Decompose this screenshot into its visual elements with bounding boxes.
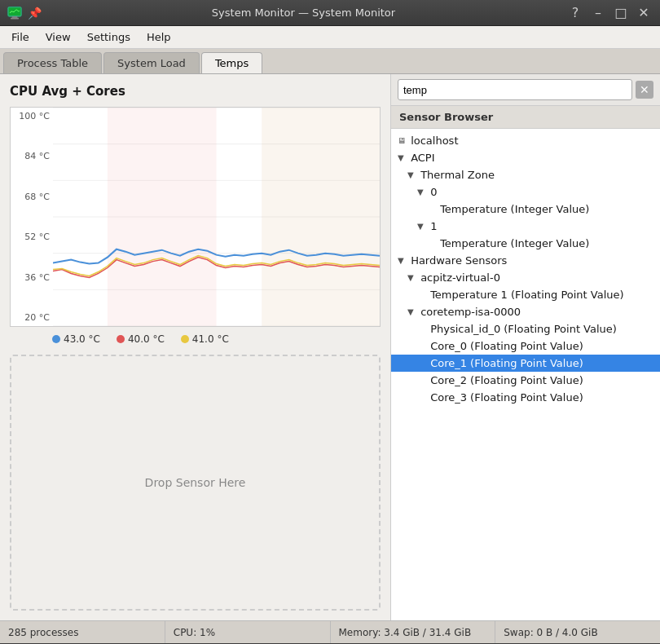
tree-item-tz0[interactable]: ▼ 0 (391, 183, 660, 201)
legend-core1: 41.0 °C (181, 333, 229, 345)
tree-item-tz0-temp[interactable]: Temperature (Integer Value) (391, 201, 660, 218)
tree-label-tz1: 1 (427, 220, 437, 232)
legend-core0-label: 40.0 °C (128, 333, 165, 345)
tree-item-core1[interactable]: Core_1 (Floating Point Value) (391, 355, 660, 372)
leaf-icon-core1 (417, 359, 427, 368)
status-swap: Swap: 0 B / 4.0 GiB (495, 621, 660, 643)
y-label-52: 52 °C (11, 232, 53, 242)
menu-help[interactable]: Help (139, 28, 179, 46)
chart-legend: 43.0 °C 40.0 °C 41.0 °C (10, 333, 381, 345)
svg-rect-2 (11, 17, 19, 19)
tree-item-phys-id0[interactable]: Physical_id_0 (Floating Point Value) (391, 320, 660, 337)
tab-system-load[interactable]: System Load (103, 52, 200, 73)
tree-item-coretemp[interactable]: ▼ coretemp-isa-0000 (391, 303, 660, 320)
tree-label-acpitz-temp1: Temperature 1 (Floating Point Value) (427, 289, 624, 301)
svg-rect-12 (262, 108, 380, 326)
tree-label-tz0: 0 (427, 186, 437, 198)
leaf-icon-tz0-temp (427, 205, 437, 214)
y-axis-labels: 100 °C 84 °C 68 °C 52 °C 36 °C 20 °C (11, 108, 53, 326)
tree-label-coretemp: coretemp-isa-0000 (417, 306, 521, 318)
legend-core0: 40.0 °C (117, 333, 165, 345)
panel-title: CPU Avg + Cores (10, 84, 381, 99)
menu-settings[interactable]: Settings (79, 28, 139, 46)
tree-item-core2[interactable]: Core_2 (Floating Point Value) (391, 372, 660, 389)
window-title: System Monitor — System Monitor (42, 7, 565, 19)
expand-icon-tz0: ▼ (417, 187, 427, 196)
pin-icon[interactable]: 📌 (28, 7, 42, 20)
sensor-tree: 🖥 localhost ▼ ACPI ▼ Thermal Zone (391, 129, 660, 620)
tree-item-acpitz[interactable]: ▼ acpitz-virtual-0 (391, 269, 660, 286)
chart-svg (53, 108, 380, 326)
help-button[interactable]: ? (565, 3, 585, 23)
tree-label-core2: Core_2 (Floating Point Value) (427, 374, 583, 386)
tree-item-hw-sensors[interactable]: ▼ Hardware Sensors (391, 252, 660, 269)
tree-item-core0[interactable]: Core_0 (Floating Point Value) (391, 337, 660, 355)
status-cpu: CPU: 1% (165, 621, 331, 643)
app-icon (7, 5, 23, 21)
expand-icon-coretemp: ▼ (407, 307, 417, 316)
status-memory: Memory: 3.4 GiB / 31.4 GiB (331, 621, 496, 643)
menu-view[interactable]: View (37, 28, 79, 46)
monitor-icon: 🖥 (398, 136, 407, 145)
tree-label-core1: Core_1 (Floating Point Value) (427, 357, 583, 369)
tree-label-localhost: localhost (407, 135, 459, 147)
y-label-100: 100 °C (11, 111, 53, 121)
sensor-browser-label: Sensor Browser (391, 106, 660, 129)
y-label-68: 68 °C (11, 192, 53, 202)
window-controls: ? – □ ✕ (565, 3, 653, 23)
y-label-20: 20 °C (11, 312, 53, 323)
tree-item-tz1-temp[interactable]: Temperature (Integer Value) (391, 235, 660, 252)
tree-item-thermal-zone[interactable]: ▼ Thermal Zone (391, 166, 660, 183)
leaf-icon-core2 (417, 376, 427, 385)
tab-process-table[interactable]: Process Table (3, 52, 102, 73)
leaf-icon-acpitz-temp1 (417, 290, 427, 299)
menubar: File View Settings Help (0, 26, 660, 49)
tree-item-acpi[interactable]: ▼ ACPI (391, 149, 660, 166)
main-content: CPU Avg + Cores 100 °C 84 °C 68 °C 52 °C… (0, 74, 660, 620)
tree-item-acpitz-temp1[interactable]: Temperature 1 (Floating Point Value) (391, 286, 660, 303)
close-button[interactable]: ✕ (634, 3, 653, 23)
tree-label-tz1-temp: Temperature (Integer Value) (437, 237, 589, 249)
tabbar: Process Table System Load Temps (0, 49, 660, 74)
tree-item-localhost[interactable]: 🖥 localhost (391, 132, 660, 149)
legend-dot-core1 (181, 335, 189, 343)
left-panel: CPU Avg + Cores 100 °C 84 °C 68 °C 52 °C… (0, 74, 391, 620)
legend-avg: 43.0 °C (52, 333, 100, 345)
maximize-button[interactable]: □ (611, 3, 631, 23)
y-label-84: 84 °C (11, 151, 53, 161)
leaf-icon-phys-id0 (417, 324, 427, 333)
right-panel: ✕ Sensor Browser 🖥 localhost ▼ ACPI (391, 74, 660, 620)
leaf-icon-core0 (417, 342, 427, 351)
tree-label-core0: Core_0 (Floating Point Value) (427, 340, 583, 352)
tab-temps[interactable]: Temps (201, 52, 262, 73)
menu-file[interactable]: File (3, 28, 37, 46)
tree-label-hw-sensors: Hardware Sensors (407, 254, 507, 267)
expand-icon-tz1: ▼ (417, 222, 427, 231)
tree-item-core3[interactable]: Core_3 (Floating Point Value) (391, 389, 660, 406)
legend-dot-core0 (117, 335, 125, 343)
leaf-icon-core3 (417, 393, 427, 402)
minimize-button[interactable]: – (588, 3, 608, 23)
tree-label-core3: Core_3 (Floating Point Value) (427, 391, 583, 404)
chart-plot (53, 108, 380, 326)
tree-label-tz0-temp: Temperature (Integer Value) (437, 203, 589, 215)
drop-zone-label: Drop Sensor Here (145, 476, 246, 489)
y-label-36: 36 °C (11, 272, 53, 283)
chart-container: 100 °C 84 °C 68 °C 52 °C 36 °C 20 °C (10, 107, 381, 327)
search-input[interactable] (398, 79, 632, 100)
tree-label-thermal-zone: Thermal Zone (417, 169, 495, 181)
legend-core1-label: 41.0 °C (192, 333, 229, 345)
search-clear-button[interactable]: ✕ (636, 81, 653, 99)
expand-icon-acpi: ▼ (398, 153, 407, 162)
tree-label-acpi: ACPI (407, 152, 435, 164)
svg-rect-1 (12, 16, 18, 18)
search-bar: ✕ (391, 74, 660, 106)
expand-icon-thermal: ▼ (407, 170, 417, 179)
expand-icon-hw: ▼ (398, 256, 407, 265)
leaf-icon-tz1-temp (427, 239, 437, 248)
statusbar: 285 processes CPU: 1% Memory: 3.4 GiB / … (0, 620, 660, 643)
tree-label-phys-id0: Physical_id_0 (Floating Point Value) (427, 323, 617, 335)
drop-zone[interactable]: Drop Sensor Here (10, 355, 381, 611)
legend-dot-avg (52, 335, 60, 343)
tree-item-tz1[interactable]: ▼ 1 (391, 218, 660, 235)
